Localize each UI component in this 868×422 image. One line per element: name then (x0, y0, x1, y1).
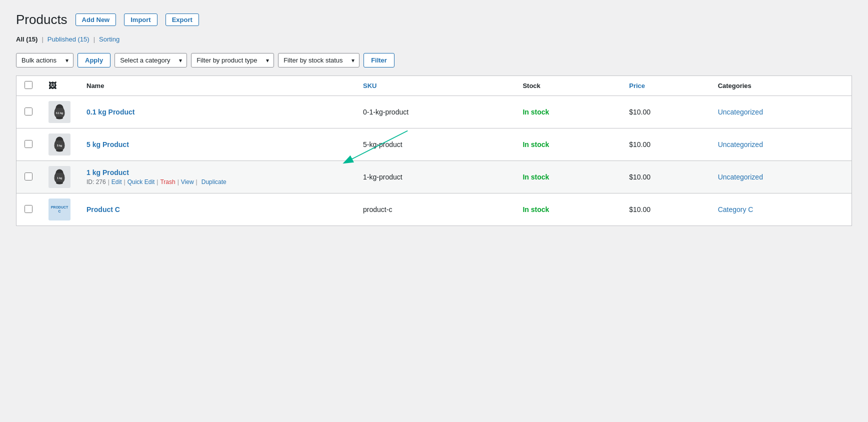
table-row: 5 kg 5 kg Product 5-kg-product In stock … (16, 128, 852, 161)
row-sku-cell: product-c (355, 194, 514, 226)
all-filter-label: All (15) (16, 36, 38, 43)
page-header: Products Add New Import Export (16, 12, 852, 28)
svg-text:1 kg: 1 kg (57, 176, 62, 180)
category-link[interactable]: Category C (718, 206, 754, 214)
row-checkbox-cell (16, 194, 41, 226)
row-stock-cell: In stock (514, 161, 621, 194)
bulk-actions-wrapper: Bulk actions (16, 53, 74, 68)
select-all-header (16, 76, 41, 96)
sku-col-header[interactable]: SKU (355, 76, 514, 96)
sku-value: 1-kg-product (363, 173, 402, 181)
row-categories-cell: Uncategorized (710, 161, 852, 194)
categories-col-header: Categories (710, 76, 852, 96)
apply-button[interactable]: Apply (78, 53, 110, 68)
row-image-cell: 1 kg (40, 161, 78, 194)
row-price-cell: $10.00 (621, 128, 710, 161)
sorting-filter-link[interactable]: Sorting (99, 36, 120, 43)
sku-value: 0-1-kg-product (363, 108, 408, 116)
edit-link[interactable]: Edit (112, 178, 122, 186)
add-new-button[interactable]: Add New (76, 14, 116, 26)
subheader: All (15) | Published (15) | Sorting (16, 36, 852, 43)
row-checkbox[interactable] (24, 205, 32, 213)
price-value: $10.00 (629, 140, 650, 148)
name-col-header[interactable]: Name (78, 76, 355, 96)
row-checkbox[interactable] (24, 140, 32, 148)
product-name-link[interactable]: Product C (86, 206, 120, 214)
row-image-cell: 5 kg (40, 128, 78, 161)
stock-status: In stock (522, 173, 549, 181)
price-value: $10.00 (629, 206, 650, 214)
row-name-cell: Product C (78, 194, 355, 226)
row-image-cell: PRODUCTC (40, 194, 78, 226)
row-stock-cell: In stock (514, 194, 621, 226)
row-name-cell: 0.1 kg Product (78, 96, 355, 128)
table-row: 1 kg 1 kg Product ID: 276 | Edit | Quick… (16, 161, 852, 194)
filters-bar: Bulk actions Apply Select a category Fil… (16, 49, 852, 72)
row-actions: ID: 276 | Edit | Quick Edit | Trash | Vi… (86, 178, 347, 186)
product-name-link[interactable]: 5 kg Product (86, 140, 129, 148)
row-checkbox-cell (16, 161, 41, 194)
product-name-link[interactable]: 0.1 kg Product (86, 108, 134, 116)
table-row: 0.1 kg 0.1 kg Product 0-1-kg-product In … (16, 96, 852, 128)
product-type-select-wrapper: Filter by product type (191, 53, 274, 68)
price-col-header[interactable]: Price (621, 76, 710, 96)
export-button[interactable]: Export (166, 14, 199, 26)
price-value: $10.00 (629, 173, 650, 181)
duplicate-link[interactable]: Duplicate (202, 178, 226, 186)
row-categories-cell: Uncategorized (710, 96, 852, 128)
trash-link[interactable]: Trash (160, 178, 175, 186)
table-header-row: 🖼 Name SKU Stock Price Categories (16, 76, 852, 96)
row-name-cell: 1 kg Product ID: 276 | Edit | Quick Edit… (78, 161, 355, 194)
row-price-cell: $10.00 (621, 194, 710, 226)
sku-value: product-c (363, 206, 392, 214)
row-sku-cell: 0-1-kg-product (355, 96, 514, 128)
import-button[interactable]: Import (124, 14, 157, 26)
select-all-checkbox[interactable] (24, 81, 32, 89)
row-name-cell: 5 kg Product (78, 128, 355, 161)
published-filter-link[interactable]: Published (15) (48, 36, 90, 43)
stock-status: In stock (522, 206, 549, 214)
product-image: 0.1 kg (48, 101, 70, 123)
product-id: ID: 276 (86, 178, 106, 186)
row-sku-cell: 1-kg-product (355, 161, 514, 194)
table-row: PRODUCTC Product C product-c In stock $1… (16, 194, 852, 226)
category-link[interactable]: Uncategorized (718, 140, 763, 148)
category-link[interactable]: Uncategorized (718, 108, 763, 116)
svg-text:5 kg: 5 kg (57, 144, 62, 147)
stock-status: In stock (522, 140, 549, 148)
row-sku-cell: 5-kg-product (355, 128, 514, 161)
category-link[interactable]: Uncategorized (718, 173, 763, 181)
row-image-cell: 0.1 kg (40, 96, 78, 128)
product-image: 1 kg (48, 166, 70, 188)
row-checkbox[interactable] (24, 172, 32, 180)
product-name-link[interactable]: 1 kg Product (86, 168, 129, 176)
stock-status-select[interactable]: Filter by stock status (278, 53, 360, 68)
svg-point-1 (56, 117, 63, 120)
products-table-wrapper: 🖼 Name SKU Stock Price Categories (16, 76, 852, 226)
products-table: 🖼 Name SKU Stock Price Categories (16, 76, 852, 226)
category-select-wrapper: Select a category (114, 53, 187, 68)
row-price-cell: $10.00 (621, 161, 710, 194)
stock-col-header: Stock (514, 76, 621, 96)
row-categories-cell: Uncategorized (710, 128, 852, 161)
view-link[interactable]: View (181, 178, 194, 186)
quick-edit-link[interactable]: Quick Edit (128, 178, 155, 186)
row-stock-cell: In stock (514, 96, 621, 128)
product-image: 5 kg (48, 134, 70, 156)
image-col-icon: 🖼 (48, 82, 56, 90)
row-stock-cell: In stock (514, 128, 621, 161)
image-col-header: 🖼 (40, 76, 78, 96)
row-checkbox[interactable] (24, 108, 32, 116)
svg-point-7 (56, 182, 63, 184)
product-type-select[interactable]: Filter by product type (191, 53, 274, 68)
svg-point-4 (56, 150, 63, 152)
row-checkbox-cell (16, 96, 41, 128)
category-select[interactable]: Select a category (114, 53, 187, 68)
price-value: $10.00 (629, 108, 650, 116)
page-title: Products (16, 12, 68, 28)
filter-button[interactable]: Filter (364, 53, 394, 68)
row-checkbox-cell (16, 128, 41, 161)
bulk-actions-select[interactable]: Bulk actions (16, 53, 74, 68)
row-price-cell: $10.00 (621, 96, 710, 128)
stock-status: In stock (522, 108, 549, 116)
